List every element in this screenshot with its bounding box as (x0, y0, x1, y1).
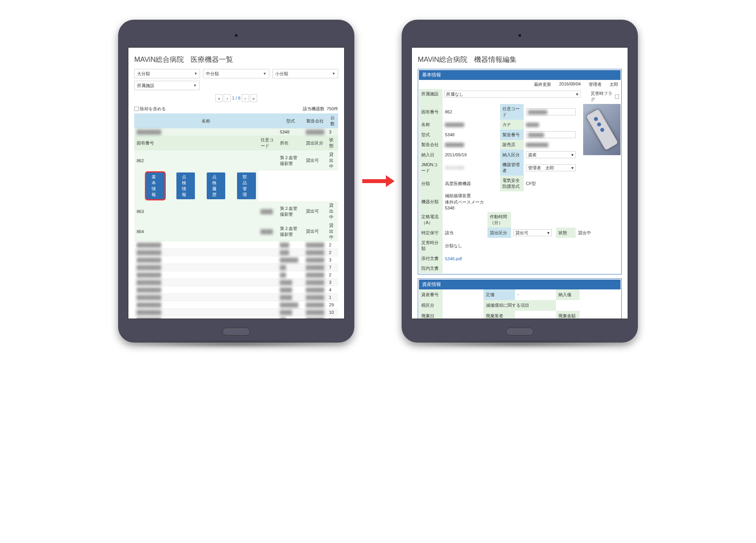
lend-select[interactable]: 貸出可▾ (513, 229, 552, 236)
unit-row[interactable]: 863████第２血管撮影室貸出可貸出中 (134, 201, 338, 221)
device-table: 名称 型式 製造会社 台数 ████████ 5348 ██████ 3 固有番… (134, 113, 338, 319)
section-header-asset: 資産情報 (419, 280, 621, 289)
chevron-down-icon: ▼ (193, 83, 197, 87)
unit-row[interactable]: 862第２血管撮影室貸出可貸出中 (134, 150, 338, 170)
product-row[interactable]: ████████████████████3 (134, 256, 338, 264)
disposal-vendor-value (515, 311, 556, 319)
product-row[interactable]: ██████████████████3 (134, 279, 338, 286)
runtime-label: 作動時間（分） (487, 212, 511, 228)
col-location: 所在 (278, 135, 304, 150)
product-row[interactable]: ████████████████1 (134, 316, 338, 319)
last-update-value: 2016/08/04 (559, 82, 581, 87)
disaster-class-value: 分類なし (443, 238, 621, 254)
inspection-history-button[interactable]: 点検履歴 (207, 172, 225, 199)
chevron-down-icon: ▼ (194, 72, 197, 76)
col-id: 固有番号 (134, 135, 258, 150)
price-value: - (515, 289, 556, 300)
chevron-down-icon: ▼ (263, 72, 267, 76)
select-minor[interactable]: 小分類▼ (272, 69, 338, 78)
device-class-value: 補助循環装置 体外式ペースメーカ 5348 (443, 191, 621, 212)
product-row[interactable]: ████████████████2 (134, 271, 338, 279)
disaster-flag-label: 災害時フラグ (591, 91, 614, 102)
parts-button[interactable]: 部品管理 (237, 172, 256, 199)
model-label: 型式 (419, 130, 443, 140)
action-row: 基本情報 点検情報 点検履歴 部品管理 (134, 170, 338, 201)
product-row[interactable]: ██████████████████1 (134, 294, 338, 301)
page-title: MAViN総合病院 機器情報編集 (418, 55, 622, 64)
deliv-price-value (580, 289, 621, 300)
unit-row[interactable]: 864████第２血管撮影室貸出可貸出中 (134, 221, 338, 241)
product-row[interactable]: ██████████████████4 (134, 286, 338, 294)
product-row[interactable]: ████████ 5348 ██████ 3 (134, 128, 338, 135)
maint-label: 特定保守 (419, 228, 443, 238)
product-row[interactable]: ██████████████████10 (134, 309, 338, 316)
select-major[interactable]: 大分類▼ (134, 69, 200, 78)
tax-value (443, 300, 484, 311)
price-label: 定価 (484, 289, 515, 300)
jmdn-label: JMDNコード (419, 160, 443, 176)
optcode-label: 任意コード (500, 104, 524, 120)
disaster-flag-checkbox[interactable] (615, 95, 619, 99)
device-admin-label: 機器管理者 (500, 160, 524, 176)
tablet-right: MAViN総合病院 機器情報編集 基本情報 最終更新 2016/08/04 管理… (402, 20, 638, 343)
device-image (583, 104, 621, 155)
delivery-type-label: 納入区分 (500, 150, 524, 160)
elec-value: CF型 (524, 176, 581, 191)
col-name: 名称 (134, 113, 278, 128)
disposal-vendor-label: 廃棄業者 (484, 311, 515, 319)
product-row[interactable]: ████████████████████29 (134, 301, 338, 309)
basic-info-section: 基本情報 最終更新 2016/08/04 管理者 太郎 所属施設 所属なし▾ 災… (418, 69, 622, 274)
arrow-icon (362, 179, 394, 183)
basic-info-button[interactable]: 基本情報 (146, 172, 165, 199)
product-row[interactable]: █████████████████2 (134, 241, 338, 249)
include-disposed-checkbox[interactable]: 除却を含める (134, 106, 166, 112)
attachment-link[interactable]: 5348.pdf (445, 256, 462, 261)
pager-current: 1 / 8 (232, 94, 240, 102)
screen-right: MAViN総合病院 機器情報編集 基本情報 最終更新 2016/08/04 管理… (411, 47, 628, 319)
facility-select[interactable]: 所属なし▾ (444, 91, 580, 98)
pager-next[interactable]: › (242, 94, 249, 102)
optcode-input[interactable]: ▇▇▇▇▇▇ (526, 108, 576, 115)
depr-value (556, 300, 621, 311)
lend-label: 貸出区分 (487, 228, 511, 238)
home-button-icon[interactable] (506, 328, 534, 335)
chevron-down-icon: ▼ (332, 72, 335, 76)
product-row[interactable]: █████████████████2 (134, 249, 338, 256)
id-label: 固有番号 (419, 104, 443, 120)
home-button-icon[interactable] (222, 328, 250, 335)
class-label: 分類 (419, 176, 443, 191)
delivery-type-select[interactable]: 資産▾ (526, 151, 576, 158)
state-value: 貸出中 (576, 228, 621, 238)
internal-doc-label: 院内文書 (419, 263, 443, 273)
name-value: ▇▇▇▇▇▇ (445, 122, 464, 127)
pager-prev[interactable]: ‹ (224, 94, 231, 102)
last-update-label: 最終更新 (534, 82, 551, 87)
internal-doc-value (443, 263, 621, 273)
col-qty: 台数 (327, 113, 338, 128)
model-value: 5348 (443, 130, 500, 140)
product-row[interactable]: ████████████████7 (134, 264, 338, 271)
select-middle[interactable]: 中分類▼ (203, 69, 269, 78)
col-model: 型式 (278, 113, 304, 128)
dealer-value: ▇▇▇▇▇▇▇ (526, 142, 548, 147)
section-header-basic: 基本情報 (419, 70, 621, 80)
disposal-date-value (443, 311, 484, 319)
facility-label: 所属施設 (419, 89, 443, 104)
attachment-label: 添付文書 (419, 254, 443, 263)
pager-last[interactable]: » (250, 94, 257, 102)
serial-input[interactable]: ▇▇▇▇▇ (526, 131, 576, 138)
inspection-info-button[interactable]: 点検情報 (176, 172, 195, 199)
col-optcode: 任意コード (258, 135, 278, 150)
admin-value: 太郎 (610, 82, 618, 87)
select-facility[interactable]: 所属施設▼ (134, 81, 200, 90)
runtime-value (511, 212, 621, 228)
pager-first[interactable]: « (215, 94, 222, 102)
admin-label: 管理者 (589, 82, 602, 87)
device-admin-select[interactable]: 管理者 太郎▾ (526, 164, 576, 171)
depr-label: 減価償却に関する項目 (484, 300, 556, 311)
maint-value: 該当 (443, 228, 487, 238)
jmdn-value: 35224306 (445, 165, 464, 170)
screen-left: MAViN総合病院 医療機器一覧 大分類▼ 中分類▼ 小分類▼ 所属施設▼ « … (128, 47, 345, 319)
name-label: 名称 (419, 120, 443, 130)
maker-label: 製造会社 (419, 140, 443, 150)
